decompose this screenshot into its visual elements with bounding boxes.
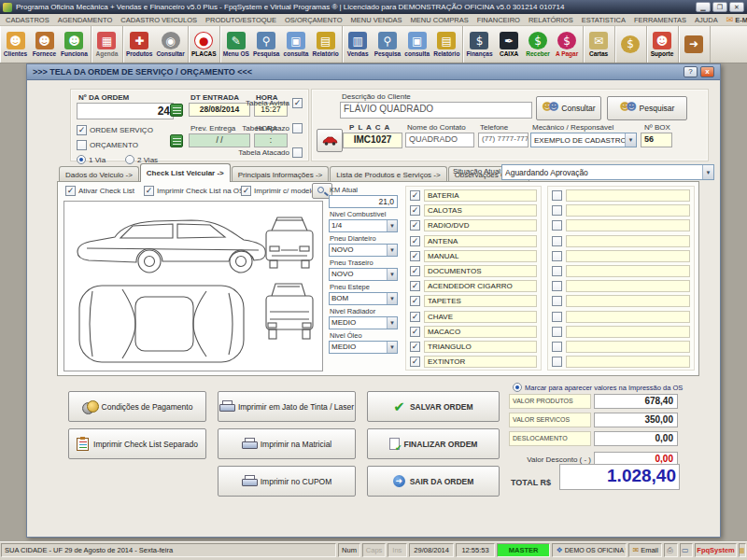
checklist-item-field[interactable]: TRIANGULO <box>424 341 537 353</box>
checklist-checkbox[interactable]: ✓ <box>410 312 420 322</box>
toolbar-pesquisa[interactable]: ⚲Pesquisa <box>373 27 403 62</box>
checklist-extra-checkbox[interactable] <box>552 236 562 246</box>
toolbar-consulta[interactable]: ▣consulta <box>281 27 310 62</box>
entry-date-picker-button[interactable] <box>170 104 183 117</box>
checklist-item-field[interactable]: EXTINTOR <box>424 356 537 368</box>
checklist-extra-checkbox[interactable] <box>552 220 562 231</box>
toolbar-pesquisa[interactable]: ⚲Pesquisa <box>251 27 282 62</box>
checklist-extra-field[interactable] <box>566 189 690 202</box>
toolbar-agenda[interactable]: ▦Agenda <box>92 27 121 62</box>
toolbar-produtos[interactable]: ✚Produtos <box>124 27 155 62</box>
km-field[interactable]: 21,0 <box>329 195 398 208</box>
checklist-item-field[interactable]: DOCUMENTOS <box>424 265 537 277</box>
checklist-extra-checkbox[interactable] <box>552 327 562 337</box>
imprimir-modelo-checkbox[interactable]: ✓Imprimir c/ modelo <box>241 186 316 196</box>
client-description-field[interactable]: FLÁVIO QUADRADO <box>340 102 532 119</box>
finalizar-ordem-button[interactable]: FINALIZAR ORDEM <box>367 428 500 459</box>
imprimir-matricial-button[interactable]: Imprimir na Matricial <box>218 428 356 459</box>
menu-financeiro[interactable]: FINANCEIRO <box>477 16 520 24</box>
imprimir-checklist-separado-button[interactable]: Imprimir Check List Separado <box>68 428 206 459</box>
tab-principais-informa-es[interactable]: Principais Informações -> <box>232 166 329 182</box>
toolbar-consulta[interactable]: ▣consulta <box>402 27 431 62</box>
menu-produto-estoque[interactable]: PRODUTO/ESTOQUE <box>205 16 276 24</box>
level-dropdown-pneu-dianteiro[interactable]: NOVO▼ <box>329 244 398 257</box>
consultar-button[interactable]: Consultar <box>536 96 601 120</box>
condicoes-pagamento-button[interactable]: Condições de Pagamento <box>68 391 206 422</box>
menu-menu-compras[interactable]: MENU COMPRAS <box>411 16 469 24</box>
checklist-item-field[interactable]: MACACO <box>424 326 537 338</box>
orcamento-checkbox[interactable]: ORÇAMENTO <box>77 140 138 150</box>
plate-field[interactable]: IMC1027 <box>343 133 402 148</box>
checklist-item-field[interactable]: ANTENA <box>424 235 537 247</box>
situacao-dropdown[interactable]: Aguardando Aprovação▼ <box>501 164 714 180</box>
checklist-extra-checkbox[interactable] <box>552 342 562 352</box>
minimize-button[interactable]: ▁ <box>696 2 711 12</box>
checklist-checkbox[interactable]: ✓ <box>410 190 420 201</box>
checklist-extra-checkbox[interactable] <box>552 190 562 201</box>
imprimir-cupom-button[interactable]: Imprimir no CUPOM <box>218 466 356 497</box>
mechanic-dropdown[interactable]: EXEMPLO DE CADASTRO▼ <box>530 133 637 147</box>
menu-agendamento[interactable]: AGENDAMENTO <box>58 16 113 24</box>
level-dropdown-nivel-combust-vel[interactable]: 1/4▼ <box>329 219 398 232</box>
checklist-item-field[interactable]: BATERIA <box>424 189 537 202</box>
checklist-checkbox[interactable]: ✓ <box>410 220 420 231</box>
checklist-extra-checkbox[interactable] <box>552 266 562 276</box>
toolbar-a-pagar[interactable]: $A Pagar <box>553 27 582 62</box>
toolbar-placas[interactable]: ●PLACAS <box>190 27 218 62</box>
toolbar-cartas[interactable]: ✉Cartas <box>585 27 613 62</box>
checklist-checkbox[interactable]: ✓ <box>410 281 420 291</box>
level-dropdown-nivel-radiador[interactable]: MEDIO▼ <box>329 316 398 329</box>
checklist-extra-checkbox[interactable] <box>552 251 562 261</box>
marcar-valores-radio[interactable]: Marcar para aparecer valores na Impressã… <box>513 383 683 392</box>
level-dropdown-pneu-estepe[interactable]: BOM▼ <box>329 292 398 305</box>
tabela-atacado-checkbox[interactable]: Tabela Atacado <box>238 147 303 158</box>
level-dropdown-nivel-leo[interactable]: MEDIO▼ <box>329 341 398 354</box>
checklist-checkbox[interactable]: ✓ <box>410 236 420 246</box>
status-email[interactable]: ✉ Email <box>628 543 662 557</box>
help-button[interactable]: ? <box>684 66 698 77</box>
menu-cadastro-veiculos[interactable]: CADASTRO VEICULOS <box>120 16 197 24</box>
checklist-item-field[interactable]: RADIO/DVD <box>424 219 537 231</box>
menu-email[interactable]: ✉E-MAIL <box>726 16 747 24</box>
checklist-extra-checkbox[interactable] <box>552 205 562 216</box>
checklist-extra-field[interactable] <box>566 280 690 292</box>
toolbar-funciona[interactable]: ☻Funciona <box>59 27 90 62</box>
box-field[interactable]: 56 <box>641 133 672 147</box>
toolbar-relat-rio[interactable]: ▤Relatório <box>310 27 340 62</box>
status-printer[interactable]: ⎙ <box>664 543 677 557</box>
toolbar-receber[interactable]: $Receber <box>524 27 553 62</box>
entry-date-field[interactable]: 28/08/2014 <box>189 103 250 117</box>
restore-button[interactable]: ❐ <box>712 2 727 12</box>
toolbar-menu-os[interactable]: ✎Menu OS <box>221 27 251 62</box>
total-row-value-deslocamento[interactable]: 0,00 <box>594 431 678 446</box>
toolbar-consultar[interactable]: ◉Consultar <box>154 27 186 62</box>
checklist-extra-checkbox[interactable] <box>552 357 562 367</box>
checklist-extra-field[interactable] <box>566 204 690 217</box>
menu-os-or-amento[interactable]: OS/ORÇAMENTO <box>285 16 343 24</box>
toolbar-suporte[interactable]: ☻Suporte <box>648 27 677 62</box>
salvar-ordem-button[interactable]: ✔SALVAR ORDEM <box>367 391 500 422</box>
phone-field[interactable]: (77) 7777-7777 <box>478 133 529 147</box>
checklist-checkbox[interactable]: ✓ <box>410 251 420 261</box>
tab-dados-do-veiculo[interactable]: Dados do Veiculo -> <box>59 166 139 182</box>
checklist-checkbox[interactable]: ✓ <box>410 296 420 306</box>
checklist-checkbox[interactable]: ✓ <box>410 266 420 276</box>
checklist-extra-checkbox[interactable] <box>552 312 562 322</box>
delivery-date-field[interactable]: / / <box>189 133 250 147</box>
menu-menu-vendas[interactable]: MENU VENDAS <box>351 16 402 24</box>
plate-lookup-button[interactable] <box>317 129 343 152</box>
toolbar-vendas[interactable]: ▥Vendas <box>344 27 373 62</box>
menu-ferramentas[interactable]: FERRAMENTAS <box>634 16 686 24</box>
checklist-extra-field[interactable] <box>566 219 690 231</box>
checklist-checkbox[interactable]: ✓ <box>410 342 420 352</box>
checklist-extra-field[interactable] <box>566 235 690 247</box>
checklist-extra-field[interactable] <box>566 341 690 353</box>
delivery-hour-field[interactable]: : <box>254 133 288 147</box>
menu-cadastros[interactable]: CADASTROS <box>6 16 49 24</box>
ativar-checklist-checkbox[interactable]: ✓Ativar Check List <box>65 186 134 196</box>
imprimir-jato-button[interactable]: Imprimir em Jato de Tinta / Laser <box>218 391 356 422</box>
menu-ajuda[interactable]: AJUDA <box>695 16 718 24</box>
menu-estatistica[interactable]: ESTATISTICA <box>582 16 626 24</box>
checklist-item-field[interactable]: ACENDEDOR CIGARRO <box>424 280 537 292</box>
checklist-checkbox[interactable]: ✓ <box>410 327 420 337</box>
